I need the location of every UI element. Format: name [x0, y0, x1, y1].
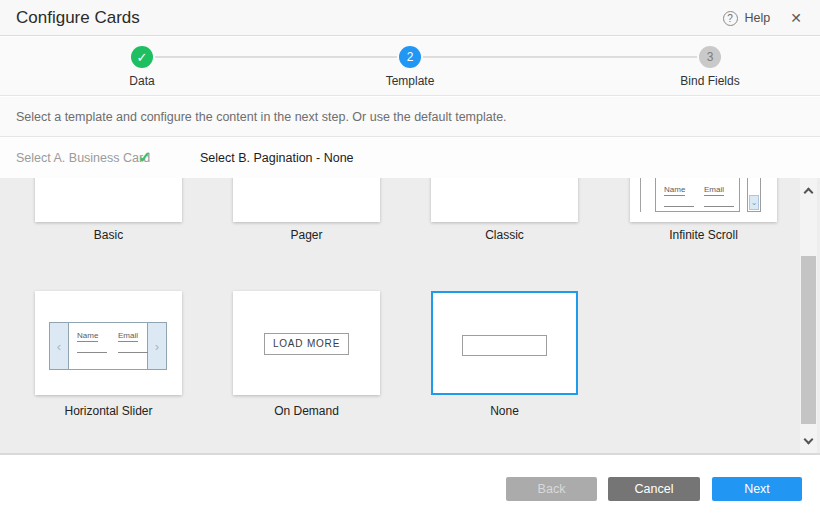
scroll-down-icon[interactable]: [804, 435, 814, 445]
scrollbar-thumb[interactable]: [801, 256, 816, 424]
title-bar: Configure Cards ? Help ✕: [0, 0, 820, 36]
template-label-on-demand: On Demand: [233, 404, 380, 418]
template-card-pager[interactable]: [233, 178, 380, 222]
configure-cards-dialog: Configure Cards ? Help ✕ ✓ 2 3 Data Temp…: [0, 0, 820, 516]
template-card-classic[interactable]: [431, 178, 578, 222]
close-icon[interactable]: ✕: [790, 10, 802, 26]
cancel-button[interactable]: Cancel: [608, 477, 700, 501]
step-data-check-icon[interactable]: ✓: [131, 46, 153, 68]
template-label-infinite-scroll: Infinite Scroll: [630, 228, 777, 242]
chevron-down-icon: ⌄: [749, 195, 759, 210]
horizontal-slider-preview: ‹ › Name Email: [49, 322, 167, 370]
template-label-classic: Classic: [431, 228, 578, 242]
step-label-template: Template: [350, 74, 470, 88]
template-label-pager: Pager: [233, 228, 380, 242]
template-card-horizontal-slider[interactable]: ‹ › Name Email: [35, 291, 182, 395]
infinite-scroll-preview-card: Name Email: [655, 178, 740, 212]
chevron-left-icon: ‹: [50, 323, 69, 369]
instructions-row: Select a template and configure the cont…: [0, 97, 820, 137]
select-b-label: Select B. Pagination - None: [200, 138, 354, 178]
template-card-on-demand[interactable]: LOAD MORE: [233, 291, 380, 395]
template-card-infinite-scroll[interactable]: Name Email ⌄: [630, 178, 777, 222]
wizard-stepper: ✓ 2 3 Data Template Bind Fields: [0, 37, 820, 96]
template-label-none: None: [431, 404, 578, 418]
load-more-preview-button: LOAD MORE: [264, 333, 349, 355]
preview-field-email: Email: [118, 331, 138, 342]
help-icon[interactable]: ?: [723, 11, 738, 26]
scroll-up-icon[interactable]: [804, 188, 814, 198]
select-a-check-icon: ✓: [138, 138, 151, 178]
step-label-bind-fields: Bind Fields: [650, 74, 770, 88]
selection-summary-row: Select A. Business Card ✓ Select B. Pagi…: [0, 138, 820, 178]
step-template-circle[interactable]: 2: [399, 46, 421, 68]
dialog-footer: Back Cancel Next: [0, 457, 820, 516]
infinite-scroll-preview-edge: [640, 178, 641, 212]
preview-field-name: Name: [664, 185, 685, 196]
template-card-none[interactable]: [431, 291, 578, 395]
none-preview-box: [462, 335, 547, 356]
preview-field-name: Name: [77, 331, 98, 342]
template-label-basic: Basic: [35, 228, 182, 242]
stepper-connector-2: [423, 56, 697, 58]
title-bar-actions: ? Help ✕: [723, 0, 808, 36]
back-button[interactable]: Back: [506, 477, 597, 501]
select-a-label: Select A. Business Card: [16, 138, 150, 178]
chevron-right-icon: ›: [147, 323, 166, 369]
step-label-data: Data: [82, 74, 202, 88]
preview-line: [118, 352, 148, 353]
vertical-scrollbar[interactable]: [800, 178, 817, 455]
instructions-text: Select a template and configure the cont…: [16, 97, 507, 137]
preview-line: [704, 206, 734, 207]
preview-line: [77, 352, 107, 353]
help-link[interactable]: Help: [745, 11, 771, 25]
preview-line: [664, 206, 694, 207]
next-button[interactable]: Next: [712, 477, 802, 501]
preview-field-email: Email: [704, 185, 724, 196]
stepper-connector-1: [155, 56, 397, 58]
dialog-title: Configure Cards: [16, 0, 140, 36]
step-bind-fields-circle: 3: [699, 46, 721, 68]
template-gallery: Name Email ⌄ Basic Pager Classic Infinit…: [0, 178, 820, 455]
template-label-horizontal-slider: Horizontal Slider: [35, 404, 182, 418]
template-card-basic[interactable]: [35, 178, 182, 222]
infinite-scroll-preview-scrollbar: ⌄: [747, 178, 761, 212]
